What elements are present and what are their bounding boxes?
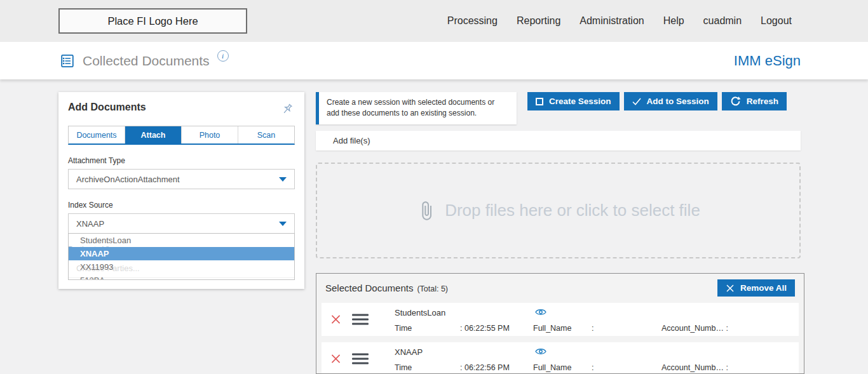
refresh-button[interactable]: Refresh [722,92,787,110]
fullname-separator: : [592,324,661,333]
nav-item-logout[interactable]: Logout [761,15,792,27]
x-icon [726,284,735,293]
attachment-type-label: Attachment Type [68,156,295,165]
option-xnaap[interactable]: XNAAP [69,247,294,260]
page-title-bar: Collected Documents i IMM eSign [0,42,868,79]
selected-documents-total: (Total: 5) [417,284,448,293]
top-bar: Place FI Logo Here Processing Reporting … [0,0,868,42]
main-nav: Processing Reporting Administration Help… [447,15,792,27]
fullname-label: Full_Name [533,363,592,372]
remove-document-icon[interactable] [330,314,341,325]
create-session-button[interactable]: Create Session [527,92,620,110]
remove-document-icon[interactable] [330,354,341,364]
nav-item-reporting[interactable]: Reporting [517,15,560,27]
fi-logo-placeholder: Place FI Logo Here [58,8,247,34]
index-source-value: XNAAP [76,219,104,229]
info-icon[interactable]: i [217,50,229,62]
add-documents-tabs: Documents Attach Photo Scan [68,126,295,145]
option-studentsloan[interactable]: StudentsLoan [69,234,294,247]
brand-imm-esign: IMM eSign [734,53,801,69]
nav-item-user-cuadmin[interactable]: cuadmin [703,15,742,27]
square-icon [536,98,543,105]
add-documents-panel: Add Documents Documents Attach Photo Sca… [58,92,304,289]
check-icon [632,98,641,105]
selected-documents-header: Selected Documents (Total: 5) Remove All [322,279,799,297]
tab-documents[interactable]: Documents [69,126,125,144]
add-to-session-button[interactable]: Add to Session [624,92,717,110]
attachment-type-dropdown[interactable]: ArchiveOnActionAttachment [68,169,295,189]
fi-logo-text: Place FI Logo Here [107,15,198,27]
nav-item-help[interactable]: Help [663,15,684,27]
drag-handle-icon[interactable] [352,354,369,364]
nav-item-administration[interactable]: Administration [580,15,644,27]
document-row: XNAAP Time : 06:22:56 PM Full_Name : Acc… [322,342,799,374]
file-dropzone[interactable]: Drop files here or click to select file [316,163,801,258]
option-xx11993[interactable]: XX11993 [69,260,294,274]
tab-attach[interactable]: Attach [125,126,182,144]
tab-scan[interactable]: Scan [238,126,294,144]
time-value: : 06:22:55 PM [460,324,533,333]
time-label: Time [395,324,460,333]
index-source-label: Index Source [68,201,295,210]
add-documents-title: Add Documents [68,102,146,113]
index-source-options-list: StudentsLoan XNAAP XX11993 513BA [68,233,295,280]
dropzone-text: Drop files here or click to select file [445,201,700,220]
session-info-message: Create a new session with selected docum… [316,92,517,124]
time-value: : 06:22:56 PM [460,363,533,372]
session-actions: Create Session Add to Session Refresh [527,92,787,110]
document-name: XNAAP [395,347,423,357]
preview-eye-icon[interactable] [535,347,546,356]
add-files-bar: Add file(s) [316,131,801,150]
time-label: Time [395,363,460,372]
refresh-icon [730,96,741,107]
tab-photo[interactable]: Photo [182,126,238,144]
index-source-dropdown[interactable]: XNAAP [68,213,295,234]
paperclip-icon [416,199,437,223]
page-title: Collected Documents [83,53,210,69]
fullname-label: Full_Name [533,324,592,333]
selected-documents-panel: Selected Documents (Total: 5) Remove All… [316,273,804,374]
add-files-label: Add file(s) [333,136,370,145]
collected-documents-icon [60,53,75,69]
nav-item-processing[interactable]: Processing [447,15,498,27]
fullname-separator: : [592,363,661,372]
selected-documents-title: Selected Documents [325,283,413,293]
chevron-down-icon [279,177,287,182]
account-number-label: Account_Numb… : [661,324,799,333]
drag-handle-icon[interactable] [352,314,369,325]
pin-icon[interactable] [281,103,294,118]
preview-eye-icon[interactable] [535,308,546,316]
document-row: StudentsLoan Time : 06:22:55 PM Full_Nam… [322,303,799,336]
document-name: StudentsLoan [395,308,445,317]
remove-all-button[interactable]: Remove All [717,279,795,297]
chevron-down-icon [279,222,287,226]
collected-documents-page: Place FI Logo Here Processing Reporting … [0,0,868,374]
option-513ba[interactable]: 513BA [69,274,294,280]
account-number-label: Account_Numb… : [661,363,799,372]
attachment-type-value: ArchiveOnActionAttachment [76,175,180,184]
